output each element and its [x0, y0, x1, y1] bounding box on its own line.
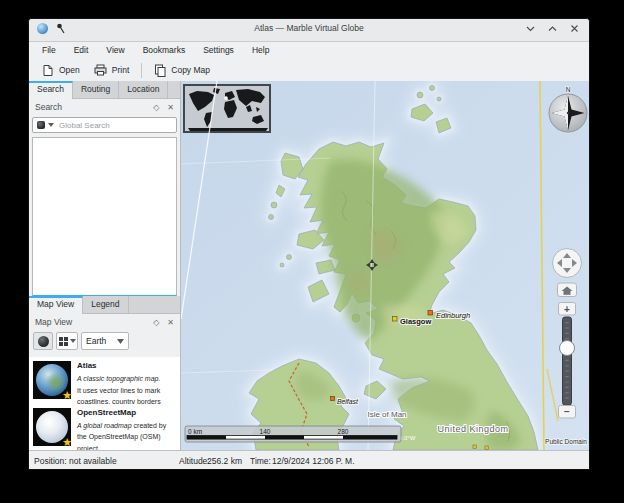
- plus-icon: +: [564, 304, 570, 315]
- copy-map-button[interactable]: Copy Map: [147, 62, 217, 79]
- home-button[interactable]: [558, 283, 577, 297]
- menu-file[interactable]: File: [33, 43, 65, 57]
- minus-icon: −: [564, 406, 570, 417]
- zoom-out-button[interactable]: −: [559, 406, 576, 419]
- map-theme-list: ★ Atlas A classic topographic map. It us…: [29, 357, 180, 450]
- desktop-background: Atlas — Marble Virtual Globe File Edit V…: [0, 0, 624, 503]
- minimize-button[interactable]: [524, 22, 537, 35]
- close-panel-icon[interactable]: ✕: [167, 103, 174, 112]
- tab-legend[interactable]: Legend: [83, 296, 128, 314]
- close-panel-icon[interactable]: ✕: [167, 318, 174, 327]
- edinburgh-marker: [428, 311, 433, 316]
- atlas-thumbnail: ★: [33, 361, 71, 399]
- copy-map-label: Copy Map: [171, 65, 210, 75]
- flat-projection-button[interactable]: [56, 332, 78, 350]
- theme-description: A global roadmap: [77, 422, 132, 429]
- tab-map-view[interactable]: Map View: [29, 296, 83, 314]
- menu-bookmarks[interactable]: Bookmarks: [134, 43, 195, 57]
- theme-item-openstreetmap[interactable]: ★ OpenStreetMap A global roadmap created…: [29, 404, 180, 451]
- search-provider-icon[interactable]: [37, 121, 45, 129]
- belfast-marker: [331, 397, 335, 401]
- scale-start-label: 0 km: [188, 428, 202, 435]
- theme-item-atlas[interactable]: ★ Atlas A classic topographic map. It us…: [29, 357, 180, 404]
- zoom-in-button[interactable]: +: [559, 303, 576, 316]
- status-altitude-value: 256.2 km: [207, 456, 242, 466]
- overview-position-marker: [224, 96, 228, 100]
- isle-of-man-label: Isle of Man: [367, 410, 406, 419]
- global-search-box[interactable]: [32, 117, 177, 133]
- compass-north-label: N: [566, 86, 571, 93]
- toolbar: Open Print Copy Map: [29, 59, 590, 82]
- tab-search[interactable]: Search: [29, 81, 73, 99]
- glasgow-marker: [393, 317, 398, 322]
- float-panel-icon[interactable]: ◇: [153, 318, 159, 327]
- menubar: File Edit View Bookmarks Settings Help: [29, 41, 590, 59]
- toolbar-separator: [141, 63, 142, 78]
- theme-title: Atlas: [77, 361, 175, 371]
- grid-icon: [59, 337, 68, 346]
- status-time-label: Time:: [250, 456, 271, 466]
- scale-end-label: 280: [338, 428, 349, 435]
- scale-bar: 0 km 140 280: [185, 426, 401, 442]
- overview-map-inset[interactable]: [184, 85, 270, 132]
- maximize-button[interactable]: [546, 22, 559, 35]
- window-title: Atlas — Marble Virtual Globe: [29, 23, 589, 33]
- theme-description: It uses vector lines to mark: [77, 385, 175, 397]
- theme-title: OpenStreetMap: [77, 408, 175, 418]
- printer-icon: [94, 64, 107, 76]
- menu-settings[interactable]: Settings: [194, 43, 243, 57]
- celestial-body-select[interactable]: Earth: [81, 332, 129, 350]
- dock-tabs-bottom: Map View Legend: [29, 296, 180, 314]
- close-button[interactable]: [568, 22, 581, 35]
- status-altitude-label: Altitude:: [179, 456, 210, 466]
- status-position: Position: not available: [34, 456, 117, 466]
- open-button[interactable]: Open: [35, 62, 87, 79]
- open-label: Open: [59, 65, 80, 75]
- search-input[interactable]: [57, 120, 161, 131]
- map-canvas[interactable]: Glasgow Edinburgh Belfast Isle of Man Un…: [181, 81, 590, 450]
- float-panel-icon[interactable]: ◇: [153, 103, 159, 112]
- marble-window: Atlas — Marble Virtual Globe File Edit V…: [28, 18, 590, 470]
- theme-description: coastlines, country borders: [77, 396, 175, 404]
- chevron-down-icon: [117, 339, 124, 344]
- menu-help[interactable]: Help: [243, 43, 278, 57]
- favorite-star-icon[interactable]: ★: [62, 389, 72, 402]
- search-panel-title: Search: [35, 102, 62, 112]
- theme-description: A classic topographic map.: [77, 375, 160, 382]
- graticule-degree-label: 4.0°W: [399, 435, 416, 441]
- map-view-controls: Earth: [29, 332, 180, 350]
- celestial-body-value: Earth: [86, 336, 106, 346]
- osm-thumbnail: ★: [33, 408, 71, 446]
- map-view-panel-header: Map View ◇ ✕: [29, 314, 180, 330]
- menu-view[interactable]: View: [97, 43, 133, 57]
- united-kingdom-label: United Kingdom: [437, 424, 508, 434]
- scale-mid-label: 140: [260, 428, 271, 435]
- copyright-label: Public Domain: [545, 438, 587, 445]
- statusbar: Position: not available Altitude: 256.2 …: [29, 450, 589, 470]
- titlebar[interactable]: Atlas — Marble Virtual Globe: [29, 19, 589, 42]
- open-document-icon: [42, 64, 54, 77]
- pan-dpad[interactable]: [553, 249, 582, 278]
- print-button[interactable]: Print: [87, 62, 136, 78]
- dock-tabs-top: Search Routing Location: [29, 81, 180, 99]
- menu-edit[interactable]: Edit: [65, 43, 98, 57]
- globe-icon: [38, 336, 49, 347]
- search-results-list[interactable]: [32, 137, 177, 296]
- favorite-star-icon[interactable]: ★: [62, 436, 72, 449]
- left-dock: Search Routing Location Search ◇ ✕: [29, 81, 181, 450]
- copy-icon: [154, 64, 166, 77]
- edinburgh-label: Edinburgh: [436, 311, 470, 320]
- glasgow-label: Glasgow: [400, 317, 431, 326]
- status-time-value: 12/9/2024 12:06 P. M.: [272, 456, 355, 466]
- zoom-slider-handle[interactable]: [560, 341, 575, 356]
- chevron-down-icon: [48, 123, 54, 127]
- tab-location[interactable]: Location: [119, 81, 168, 99]
- print-label: Print: [112, 65, 129, 75]
- belfast-label: Belfast: [337, 398, 359, 405]
- map-view-panel-title: Map View: [35, 317, 72, 327]
- search-panel-header: Search ◇ ✕: [29, 99, 180, 115]
- chevron-down-icon: [70, 339, 76, 343]
- globe-projection-button[interactable]: [33, 332, 53, 350]
- tab-routing[interactable]: Routing: [73, 81, 119, 99]
